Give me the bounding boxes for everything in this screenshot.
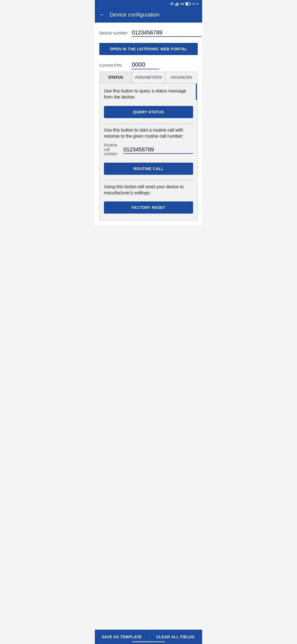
signal-type: 4G	[180, 2, 184, 6]
svg-rect-1	[175, 4, 176, 6]
device-number-label: Device number:	[99, 31, 130, 35]
battery-icon	[185, 2, 191, 6]
routine-call-number-label: Routine call number:	[104, 143, 121, 156]
svg-rect-4	[178, 2, 179, 6]
routine-call-number-input[interactable]	[123, 146, 193, 154]
current-pin-row: Current PIN:	[99, 61, 198, 69]
battery-level: 42 %	[192, 2, 199, 6]
query-status-description: Use this button to query a status messag…	[104, 88, 193, 100]
tab-advanced[interactable]: ADVANCED	[165, 72, 198, 83]
current-pin-input[interactable]	[132, 61, 159, 69]
page-title: Device configuration	[110, 12, 160, 18]
factory-reset-button[interactable]: FACTORY RESET	[104, 201, 193, 214]
tab-status[interactable]: STATUS	[99, 72, 132, 83]
scroll-indicator	[196, 84, 197, 100]
content-area: Device number: OPEN IN THE LEITRONIC WEB…	[95, 23, 202, 225]
app-header: ← Device configuration	[95, 8, 202, 23]
signal-icon	[175, 2, 179, 6]
divider-1	[104, 124, 193, 124]
current-pin-label: Current PIN:	[99, 63, 130, 67]
routine-call-number-row: Routine call number:	[104, 143, 193, 157]
back-button[interactable]: ←	[99, 11, 105, 18]
svg-rect-2	[176, 3, 177, 6]
device-number-row: Device number:	[99, 27, 198, 39]
tab-parameters[interactable]: PARAMETERS	[132, 72, 165, 83]
routine-call-button[interactable]: ROUTINE CALL	[104, 163, 193, 175]
query-status-button[interactable]: QUERY STATUS	[104, 106, 193, 118]
divider-2	[104, 180, 193, 181]
device-number-input[interactable]	[132, 29, 201, 37]
routine-call-description: Use this button to start a routine call …	[104, 127, 193, 140]
svg-rect-7	[186, 3, 188, 5]
svg-rect-3	[177, 2, 178, 6]
status-bar: 4G 42 %	[95, 0, 202, 8]
open-portal-button[interactable]: OPEN IN THE LEITRONIC WEB PORTAL	[99, 43, 198, 55]
status-panel: Use this button to query a status messag…	[99, 84, 198, 220]
tab-bar: STATUS PARAMETERS ADVANCED	[99, 72, 198, 84]
svg-rect-6	[190, 3, 191, 5]
wifi-icon	[170, 2, 174, 6]
status-icons: 4G 42 %	[170, 2, 199, 6]
svg-point-0	[172, 5, 172, 6]
factory-reset-description: Using this button will reset your device…	[104, 184, 193, 196]
